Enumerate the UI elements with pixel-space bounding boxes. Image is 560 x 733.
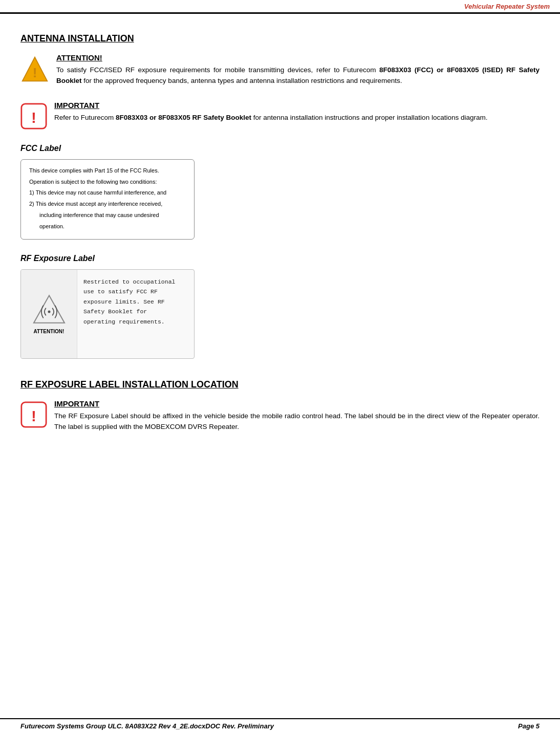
fcc-line-5: including interference that may cause un… <box>29 210 186 221</box>
rf-exposure-label-title: RF Exposure Label <box>20 254 540 263</box>
important-label-rf: IMPORTANT <box>54 399 540 408</box>
header: Vehicular Repeater System <box>0 0 560 14</box>
important-body-bold: 8F083X03 or 8F083X05 RF Safety Booklet <box>116 114 251 121</box>
rf-label-left: ATTENTION! <box>21 270 77 358</box>
important-text-block-rf: IMPORTANT The RF Exposure Label should b… <box>54 399 540 433</box>
svg-point-5 <box>48 310 50 313</box>
attention-block: ! ATTENTION! To satisfy FCC/ISED RF expo… <box>20 53 540 87</box>
rf-label-text-line2: use to satisfy FCC RF <box>83 287 188 297</box>
rf-exposure-installation-section: RF EXPOSURE LABEL INSTALLATION LOCATION … <box>20 379 540 433</box>
main-content: ANTENNA INSTALLATION ! ATTENTION! To sat… <box>0 14 560 467</box>
rf-label-image: ATTENTION! Restricted to occupational us… <box>20 269 195 359</box>
footer-right: Page 5 <box>518 722 540 730</box>
warning-triangle-icon: ! <box>20 55 49 84</box>
attention-body-end: for the approved frequency bands, antenn… <box>82 77 402 84</box>
important-body-rf: The RF Exposure Label should be affixed … <box>54 411 540 433</box>
fcc-line-2: Operation is subject to the following tw… <box>29 177 186 187</box>
rf-label-text-line5: operating requirements. <box>83 317 188 327</box>
rf-exposure-installation-title: RF EXPOSURE LABEL INSTALLATION LOCATION <box>20 379 540 390</box>
fcc-label-title: FCC Label <box>20 144 540 153</box>
important-body-end: for antenna installation instructions an… <box>251 114 488 121</box>
fcc-line-1: This device complies with Part 15 of the… <box>29 166 186 176</box>
footer: Futurecom Systems Group ULC. 8A083X22 Re… <box>0 718 560 733</box>
attention-label: ATTENTION! <box>56 53 540 62</box>
footer-left: Futurecom Systems Group ULC. 8A083X22 Re… <box>20 722 274 730</box>
important-text-block-antenna: IMPORTANT Refer to Futurecom 8F083X03 or… <box>54 101 540 123</box>
rf-label-text-line1: Restricted to occupational <box>83 277 188 287</box>
rf-label-text-line4: Safety Booklet for <box>83 307 188 317</box>
important-block-antenna: ! IMPORTANT Refer to Futurecom 8F083X03 … <box>20 101 540 130</box>
attention-text-block: ATTENTION! To satisfy FCC/ISED RF exposu… <box>56 53 540 87</box>
rf-exposure-label-section: RF Exposure Label ATTENTION! Re <box>20 254 540 359</box>
attention-body-plain: To satisfy FCC/ISED RF exposure requirem… <box>56 66 379 74</box>
svg-text:!: ! <box>31 109 36 126</box>
rf-attention-text: ATTENTION! <box>34 329 64 334</box>
important-icon-rf: ! <box>20 401 47 428</box>
header-title: Vehicular Repeater System <box>464 3 550 10</box>
fcc-label-box: This device complies with Part 15 of the… <box>20 159 195 240</box>
rf-label-text-line3: exposure limits. See RF <box>83 297 188 307</box>
fcc-line-4: 2) This device must accept any interfere… <box>29 199 186 209</box>
important-block-rf-exposure: ! IMPORTANT The RF Exposure Label should… <box>20 399 540 433</box>
svg-text:!: ! <box>31 407 36 424</box>
important-label-antenna: IMPORTANT <box>54 101 540 110</box>
important-body-antenna: Refer to Futurecom 8F083X03 or 8F083X05 … <box>54 113 540 123</box>
important-icon: ! <box>20 103 47 130</box>
svg-marker-4 <box>34 295 64 322</box>
rf-label-right: Restricted to occupational use to satisf… <box>77 270 194 358</box>
fcc-line-6: operation. <box>29 222 186 232</box>
svg-text:!: ! <box>33 65 37 80</box>
antenna-installation-title: ANTENNA INSTALLATION <box>20 33 540 44</box>
rf-warning-triangle-icon <box>32 294 67 325</box>
fcc-label-section: FCC Label This device complies with Part… <box>20 144 540 240</box>
attention-body: To satisfy FCC/ISED RF exposure requirem… <box>56 65 540 87</box>
fcc-line-3: 1) This device may not cause harmful int… <box>29 188 186 198</box>
important-body-plain: Refer to Futurecom <box>54 114 116 121</box>
